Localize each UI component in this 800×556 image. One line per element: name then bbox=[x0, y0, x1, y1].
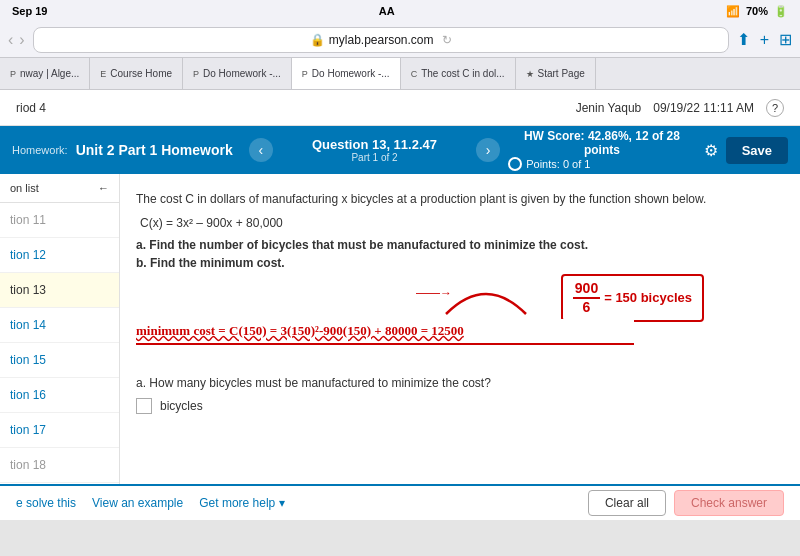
sidebar-back-icon[interactable]: ← bbox=[98, 182, 109, 194]
date-time: 09/19/22 11:11 AM bbox=[653, 101, 754, 115]
part-a-label: a. Find the number of bicycles that must… bbox=[136, 238, 784, 252]
part-b-label: b. Find the minimum cost. bbox=[136, 256, 784, 270]
fraction: 900 6 bbox=[573, 280, 600, 316]
hw-header: Homework: Unit 2 Part 1 Homework ‹ Quest… bbox=[0, 126, 800, 174]
help-icon[interactable]: ? bbox=[766, 99, 784, 117]
hw-label: Homework: bbox=[12, 144, 68, 156]
tab-hw2[interactable]: P Do Homework -... bbox=[292, 58, 401, 89]
bottom-actions: Clear all Check answer bbox=[588, 490, 784, 516]
period-label: riod 4 bbox=[16, 101, 46, 115]
wifi-icon: 📶 bbox=[726, 5, 740, 18]
sidebar-item-18[interactable]: tion 18 bbox=[0, 448, 119, 483]
question-number: Question 13, 11.2.47 bbox=[281, 137, 468, 152]
function-text: C(x) = 3x² – 900x + 80,000 bbox=[140, 216, 784, 230]
tab-pathway[interactable]: P nway | Alge... bbox=[0, 58, 90, 89]
sidebar-item-11[interactable]: tion 11 bbox=[0, 203, 119, 238]
points-text: Points: 0 of 1 bbox=[526, 158, 590, 170]
question-part-a: a. How many bicycles must be manufacture… bbox=[136, 376, 784, 414]
hw-equation: minimum cost = C(150) = 3(150)²-900(150)… bbox=[136, 319, 634, 345]
parabola-curve bbox=[436, 269, 536, 319]
fraction-denominator: 6 bbox=[581, 299, 593, 316]
settings-button[interactable]: ⚙ bbox=[704, 141, 718, 160]
sidebar-item-15[interactable]: tion 15 bbox=[0, 343, 119, 378]
answer-area: bicycles bbox=[136, 398, 784, 414]
sidebar-header: on list ← bbox=[0, 174, 119, 203]
tab-cost[interactable]: C The cost C in dol... bbox=[401, 58, 516, 89]
url-text: mylab.pearson.com bbox=[329, 33, 434, 47]
status-time: Sep 19 bbox=[12, 5, 47, 17]
tabs-icon[interactable]: ⊞ bbox=[779, 30, 792, 49]
score-info: HW Score: 42.86%, 12 of 28 points Points… bbox=[508, 129, 695, 171]
prev-question-button[interactable]: ‹ bbox=[249, 138, 273, 162]
part-info: Part 1 of 2 bbox=[281, 152, 468, 163]
question-text-a: a. How many bicycles must be manufacture… bbox=[136, 376, 784, 390]
bottom-links: e solve this View an example Get more he… bbox=[16, 496, 285, 510]
page-header: riod 4 Jenin Yaqub 09/19/22 11:11 AM ? bbox=[0, 90, 800, 126]
main-layout: on list ← tion 11 tion 12 tion 13 tion 1… bbox=[0, 174, 800, 484]
tab-hw1[interactable]: P Do Homework -... bbox=[183, 58, 292, 89]
status-right: 📶 70% 🔋 bbox=[726, 5, 788, 18]
browser-actions: ⬆ + ⊞ bbox=[737, 30, 792, 49]
tab-cost-icon: C bbox=[411, 69, 418, 79]
sidebar-item-16[interactable]: tion 16 bbox=[0, 378, 119, 413]
status-left: Sep 19 bbox=[12, 5, 47, 17]
refresh-icon[interactable]: ↻ bbox=[442, 33, 452, 47]
answer-checkbox[interactable] bbox=[136, 398, 152, 414]
url-bar[interactable]: 🔒 mylab.pearson.com ↻ bbox=[33, 27, 729, 53]
share-icon[interactable]: ⬆ bbox=[737, 30, 750, 49]
battery-icon: 🔋 bbox=[774, 5, 788, 18]
hw-actions: ⚙ Save bbox=[704, 137, 788, 164]
save-button[interactable]: Save bbox=[726, 137, 788, 164]
sidebar-item-17[interactable]: tion 17 bbox=[0, 413, 119, 448]
tab-start[interactable]: ★ Start Page bbox=[516, 58, 596, 89]
solve-this-link[interactable]: e solve this bbox=[16, 496, 76, 510]
more-help-link[interactable]: Get more help ▾ bbox=[199, 496, 284, 510]
hw-score: HW Score: 42.86%, 12 of 28 points bbox=[508, 129, 695, 157]
sidebar-item-14[interactable]: tion 14 bbox=[0, 308, 119, 343]
content-area: The cost C in dollars of manufacturing x… bbox=[120, 174, 800, 484]
lock-icon: 🔒 bbox=[310, 33, 325, 47]
clear-all-button[interactable]: Clear all bbox=[588, 490, 666, 516]
sidebar-item-12[interactable]: tion 12 bbox=[0, 238, 119, 273]
user-info: Jenin Yaqub 09/19/22 11:11 AM ? bbox=[576, 99, 784, 117]
username: Jenin Yaqub bbox=[576, 101, 642, 115]
problem-description: The cost C in dollars of manufacturing x… bbox=[136, 190, 784, 208]
tab-start-icon: ★ bbox=[526, 69, 534, 79]
back-icon[interactable]: ‹ bbox=[8, 31, 13, 49]
points-circle-icon bbox=[508, 157, 522, 171]
hw-title: Unit 2 Part 1 Homework bbox=[76, 142, 233, 158]
tab-course[interactable]: E Course Home bbox=[90, 58, 183, 89]
new-tab-icon[interactable]: + bbox=[760, 31, 769, 49]
check-answer-button[interactable]: Check answer bbox=[674, 490, 784, 516]
sidebar-item-13[interactable]: tion 13 bbox=[0, 273, 119, 308]
tab-pathway-icon: P bbox=[10, 69, 16, 79]
annotation-area: ——→ 900 6 = 150 bicycles minimum cost = … bbox=[136, 274, 784, 364]
status-bar: Sep 19 AA 📶 70% 🔋 bbox=[0, 0, 800, 22]
browser-bar: ‹ › 🔒 mylab.pearson.com ↻ ⬆ + ⊞ bbox=[0, 22, 800, 58]
status-center: AA bbox=[379, 5, 395, 17]
points-line: Points: 0 of 1 bbox=[508, 157, 695, 171]
next-question-button[interactable]: › bbox=[476, 138, 500, 162]
equals-bicycles: = 150 bicycles bbox=[604, 290, 692, 305]
view-example-link[interactable]: View an example bbox=[92, 496, 183, 510]
answer-label: bicycles bbox=[160, 399, 203, 413]
tab-hw2-icon: P bbox=[302, 69, 308, 79]
fraction-box: 900 6 = 150 bicycles bbox=[561, 274, 704, 322]
sidebar: on list ← tion 11 tion 12 tion 13 tion 1… bbox=[0, 174, 120, 484]
browser-controls: ‹ › bbox=[8, 31, 25, 49]
tabs-bar: P nway | Alge... E Course Home P Do Home… bbox=[0, 58, 800, 90]
hw-equation-text: minimum cost = C(150) = 3(150)²-900(150)… bbox=[136, 323, 464, 338]
tab-course-icon: E bbox=[100, 69, 106, 79]
tab-hw1-icon: P bbox=[193, 69, 199, 79]
fraction-numerator: 900 bbox=[573, 280, 600, 299]
sidebar-title: on list bbox=[10, 182, 39, 194]
bottom-bar: e solve this View an example Get more he… bbox=[0, 484, 800, 520]
forward-icon[interactable]: › bbox=[19, 31, 24, 49]
battery-level: 70% bbox=[746, 5, 768, 17]
question-info: Question 13, 11.2.47 Part 1 of 2 bbox=[281, 137, 468, 163]
